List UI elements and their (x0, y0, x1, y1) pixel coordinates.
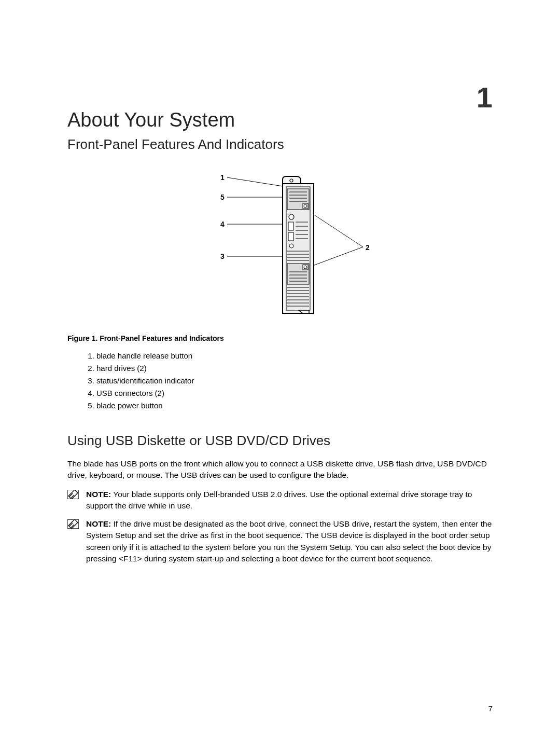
svg-line-0 (227, 177, 283, 186)
callout-item-1: blade handle release button (96, 350, 493, 362)
svg-marker-43 (68, 490, 78, 499)
callout-label-3: 3 (220, 252, 225, 260)
callout-item-4: USB connectors (2) (96, 387, 493, 399)
note-1-text: Your blade supports only Dell-branded US… (86, 490, 472, 510)
callout-label-5: 5 (220, 193, 225, 201)
note-2-text: If the drive must be designated as the b… (86, 519, 492, 563)
note-1: NOTE: Your blade supports only Dell-bran… (67, 489, 493, 512)
svg-line-5 (310, 247, 363, 267)
callout-item-2: hard drives (2) (96, 362, 493, 375)
callout-label-1: 1 (220, 173, 225, 182)
callout-label-4: 4 (220, 220, 225, 228)
callout-list: blade handle release button hard drives … (67, 350, 493, 412)
note-label: NOTE: (86, 490, 111, 499)
svg-rect-18 (288, 232, 293, 241)
svg-marker-47 (68, 519, 78, 529)
figure-front-panel: 1 5 4 3 2 (67, 168, 493, 324)
section-heading-front-panel: Front-Panel Features And Indicators (67, 136, 493, 153)
callout-item-5: blade power button (96, 399, 493, 412)
callout-label-2: 2 (366, 243, 370, 252)
page-title: About Your System (67, 109, 493, 131)
note-icon (67, 519, 82, 531)
svg-line-4 (310, 212, 363, 247)
usb-paragraph: The blade has USB ports on the front whi… (67, 458, 493, 481)
front-panel-illustration (176, 168, 384, 324)
svg-point-19 (289, 244, 293, 248)
chapter-number: 1 (477, 80, 493, 114)
svg-point-16 (289, 214, 294, 219)
note-icon (67, 490, 82, 501)
note-2: NOTE: If the drive must be designated as… (67, 518, 493, 565)
figure-caption: Figure 1. Front-Panel Features and Indic… (67, 334, 493, 342)
section-heading-usb: Using USB Diskette or USB DVD/CD Drives (67, 433, 493, 449)
page-number: 7 (488, 704, 493, 713)
callout-item-3: status/identification indicator (96, 375, 493, 387)
note-label: NOTE: (86, 519, 111, 528)
svg-rect-17 (288, 222, 293, 230)
